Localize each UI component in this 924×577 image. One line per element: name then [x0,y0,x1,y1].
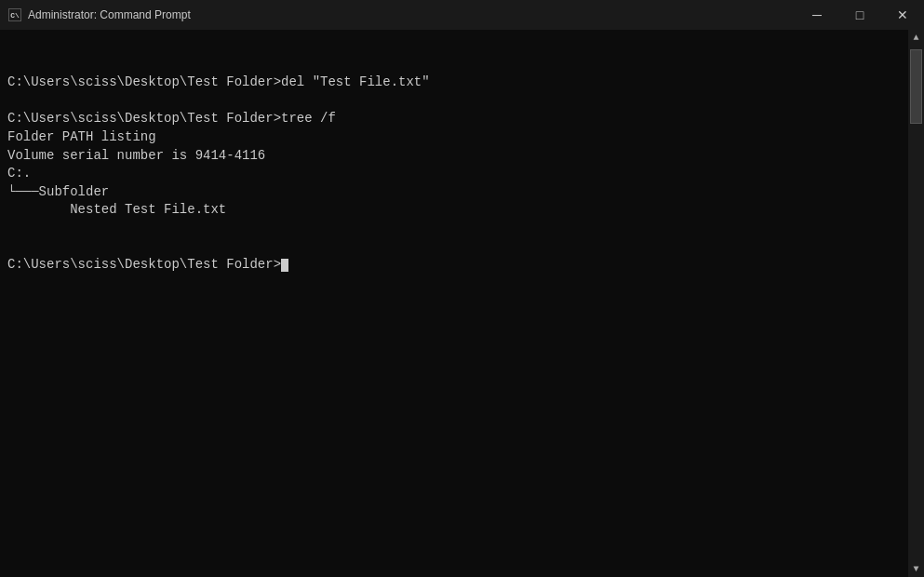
minimize-button[interactable]: ─ [796,0,838,30]
cmd-icon-symbol: C\ [8,8,21,21]
cursor [281,259,288,272]
scrollbar-up-arrow[interactable]: ▲ [908,30,924,46]
title-bar-left: C\ Administrator: Command Prompt [0,7,191,22]
cmd-icon: C\ [7,7,22,22]
close-button[interactable]: ✕ [881,0,924,30]
terminal-body[interactable]: C:\Users\sciss\Desktop\Test Folder>del "… [0,30,908,577]
window: C\ Administrator: Command Prompt ─ □ ✕ C… [0,0,924,577]
scrollbar[interactable]: ▲ ▼ [908,30,924,577]
title-bar: C\ Administrator: Command Prompt ─ □ ✕ [0,0,924,30]
scrollbar-thumb[interactable] [910,49,922,124]
terminal-output: C:\Users\sciss\Desktop\Test Folder>del "… [7,74,430,272]
scrollbar-down-arrow[interactable]: ▼ [908,561,924,577]
maximize-button[interactable]: □ [838,0,881,30]
content-area: C:\Users\sciss\Desktop\Test Folder>del "… [0,30,924,577]
window-controls: ─ □ ✕ [796,0,924,30]
window-title: Administrator: Command Prompt [28,8,191,21]
